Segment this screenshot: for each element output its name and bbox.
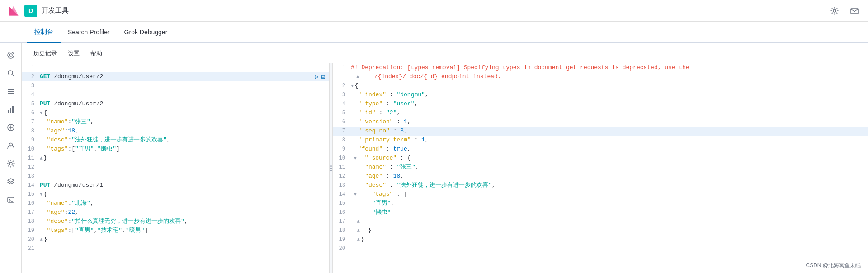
sidebar-plus-icon[interactable] xyxy=(3,119,19,136)
left-line-2: 2 GET /dongmu/user/2 ▷ ⧉ xyxy=(22,72,329,81)
left-line-1: 1 xyxy=(22,63,329,72)
right-line-9: 9 "found" : true, xyxy=(333,145,868,154)
tab-profiler[interactable]: Search Profiler xyxy=(61,22,117,43)
svg-rect-12 xyxy=(10,108,11,113)
kibana-logo xyxy=(7,5,20,17)
left-line-17: 17 "age":22, xyxy=(22,208,329,217)
sidebar-list-icon[interactable] xyxy=(3,83,19,99)
right-line-15: 15 "直男", xyxy=(333,199,868,208)
left-line-18: 18 "desc":"拍什么真理无穷，进一步有进一步的欢喜", xyxy=(22,217,329,226)
settings-btn[interactable]: 设置 xyxy=(63,46,84,61)
panel-divider[interactable] xyxy=(329,63,333,273)
right-line-2: 2 ▼{ xyxy=(333,81,868,90)
tab-console[interactable]: 控制台 xyxy=(27,22,61,43)
right-line-8: 8 "_primary_term" : 1, xyxy=(333,136,868,145)
right-line-19: 19 ▲} xyxy=(333,235,868,244)
svg-point-2 xyxy=(833,9,836,12)
divider-dot-3 xyxy=(330,170,332,171)
line-2-actions: ▷ ⧉ xyxy=(315,72,329,81)
logo-area: D 开发工具 xyxy=(7,5,69,17)
right-line-6: 6 "_version" : 1, xyxy=(333,118,868,127)
right-line-12: 12 "age" : 18, xyxy=(333,172,868,181)
settings-icon-btn[interactable] xyxy=(828,5,841,17)
settings-icon xyxy=(830,6,839,15)
app-icon: D xyxy=(24,5,37,17)
svg-point-5 xyxy=(9,54,12,56)
left-line-8: 8 "age":18, xyxy=(22,127,329,136)
sidebar-gear-icon[interactable] xyxy=(3,155,19,172)
right-line-17: 17 ▲ ] xyxy=(333,217,868,226)
divider-dot-2 xyxy=(330,168,332,169)
right-line-5: 5 "_id" : "2", xyxy=(333,108,868,118)
svg-point-4 xyxy=(8,52,14,58)
sidebar-chart-icon[interactable] xyxy=(3,101,19,118)
left-line-13: 13 xyxy=(22,172,329,181)
left-line-6: 6 ▼{ xyxy=(22,108,329,118)
mail-icon xyxy=(850,6,859,15)
main-layout: 历史记录 设置 帮助 1 2 GET /dongmu/user/2 xyxy=(0,43,868,273)
sidebar-terminal-icon[interactable] xyxy=(3,192,19,208)
right-line-16: 16 "懒虫" xyxy=(333,208,868,217)
app-title: 开发工具 xyxy=(42,6,69,15)
nav-tabs: 控制台 Search Profiler Grok Debugger xyxy=(0,22,868,43)
right-line-1: 1 #! Deprecation: [types removal] Specif… xyxy=(333,63,868,72)
svg-rect-9 xyxy=(8,91,14,92)
content-area: 历史记录 设置 帮助 1 2 GET /dongmu/user/2 xyxy=(22,43,868,273)
svg-rect-19 xyxy=(8,197,14,202)
right-line-18: 18 ▲ } xyxy=(333,226,868,235)
right-line-13: 13 "desc" : "法外狂徒，进一步有进一步的欢喜", xyxy=(333,181,868,190)
left-line-12: 12 xyxy=(22,163,329,172)
sub-nav: 历史记录 设置 帮助 xyxy=(22,43,868,63)
right-line-7: 7 "_seq_no" : 3, xyxy=(333,127,868,136)
sidebar-home-icon[interactable] xyxy=(3,47,19,63)
svg-line-7 xyxy=(12,75,14,76)
svg-rect-10 xyxy=(8,93,14,94)
help-btn[interactable]: 帮助 xyxy=(86,46,107,61)
left-line-20: 20 ▲} xyxy=(22,235,329,244)
right-line-20: 20 xyxy=(333,244,868,253)
left-line-15: 15 ▼{ xyxy=(22,190,329,199)
left-line-21: 21 xyxy=(22,244,329,253)
left-line-3: 3 xyxy=(22,81,329,90)
top-bar-icons xyxy=(828,5,861,17)
svg-rect-3 xyxy=(851,9,858,14)
right-line-4: 4 "_type" : "user", xyxy=(333,99,868,108)
sidebar-icons xyxy=(0,43,22,273)
sidebar-user-icon[interactable] xyxy=(3,137,19,154)
right-line-14: 14 ▼ "tags" : [ xyxy=(333,190,868,199)
sidebar-search-icon[interactable] xyxy=(3,65,19,81)
watermark: CSDN @北海冥鱼未眠 xyxy=(806,262,861,269)
right-line-3: 3 "_index" : "dongmu", xyxy=(333,90,868,99)
tab-grok[interactable]: Grok Debugger xyxy=(117,22,175,43)
left-line-19: 19 "tags":["直男","技术宅","暖男"] xyxy=(22,226,329,235)
right-editor[interactable]: 1 #! Deprecation: [types removal] Specif… xyxy=(333,63,868,273)
sidebar-layers-icon[interactable] xyxy=(3,174,19,190)
left-line-16: 16 "name":"北海", xyxy=(22,199,329,208)
left-line-14: 14 PUT /dongmu/user/1 xyxy=(22,181,329,190)
left-line-10: 10 "tags":["直男","懒虫"] xyxy=(22,145,329,154)
left-line-5: 5 PUT /dongmu/user/2 xyxy=(22,99,329,108)
svg-point-18 xyxy=(9,162,12,165)
mail-icon-btn[interactable] xyxy=(848,5,861,17)
copy-icon[interactable]: ⧉ xyxy=(321,72,325,81)
right-line-11: 11 "name" : "张三", xyxy=(333,163,868,172)
left-line-7: 7 "name":"张三", xyxy=(22,118,329,127)
history-btn[interactable]: 历史记录 xyxy=(29,46,61,61)
top-bar: D 开发工具 xyxy=(0,0,868,22)
editor-panels: 1 2 GET /dongmu/user/2 ▷ ⧉ 3 4 xyxy=(22,63,868,273)
right-line-10: 10 ▼ "_source" : { xyxy=(333,154,868,163)
left-line-4: 4 xyxy=(22,90,329,99)
svg-rect-11 xyxy=(8,110,9,113)
svg-rect-8 xyxy=(8,89,14,90)
left-line-11: 11 ▲} xyxy=(22,154,329,163)
divider-dot-1 xyxy=(330,165,332,167)
run-icon[interactable]: ▷ xyxy=(315,72,319,81)
left-editor[interactable]: 1 2 GET /dongmu/user/2 ▷ ⧉ 3 4 xyxy=(22,63,329,273)
right-line-1b: ▲ /{index}/_doc/{id} endpoint instead. xyxy=(333,72,868,81)
left-line-9: 9 "desc":"法外狂徒，进一步有进一步的欢喜", xyxy=(22,136,329,145)
svg-rect-13 xyxy=(12,106,14,113)
